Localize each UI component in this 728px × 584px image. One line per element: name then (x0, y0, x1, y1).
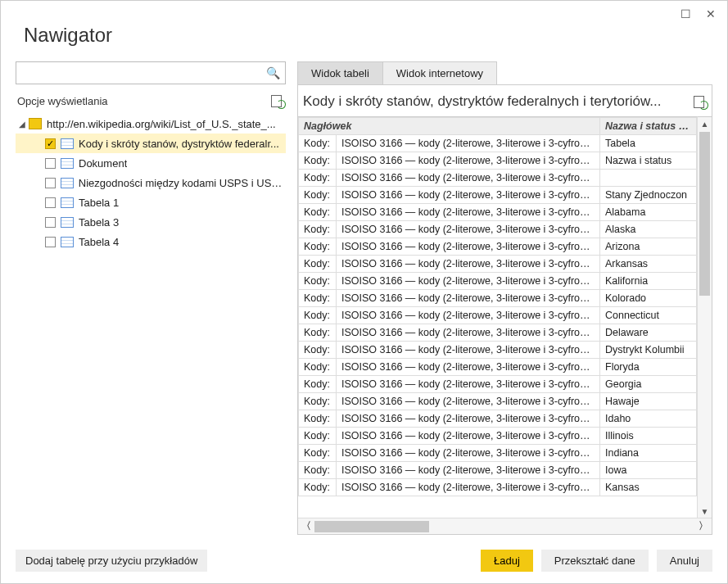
cell-status: Illinois (600, 428, 697, 445)
table-row[interactable]: Kody:ISOISO 3166 — kody (2-literowe, 3-l… (299, 428, 697, 445)
scroll-left-icon[interactable]: 〈 (298, 519, 314, 533)
table-row[interactable]: Kody:ISOISO 3166 — kody (2-literowe, 3-l… (299, 376, 697, 393)
table-row[interactable]: Kody:ISOISO 3166 — kody (2-literowe, 3-l… (299, 359, 697, 376)
cell-kody: Kody: (299, 187, 337, 204)
caret-down-icon[interactable]: ◢ (19, 120, 29, 129)
cell-text: ISOISO 3166 — kody (2-literowe, 3-litero… (337, 307, 600, 324)
search-input[interactable] (21, 66, 266, 80)
tree-item[interactable]: Niezgodności między kodami USPS i USCG (16, 173, 286, 192)
cancel-button[interactable]: Anuluj (657, 550, 712, 572)
cell-kody: Kody: (299, 410, 337, 428)
transform-button[interactable]: Przekształć dane (541, 550, 649, 572)
maximize-icon[interactable]: ☐ (681, 7, 691, 20)
table-row[interactable]: Kody:ISOISO 3166 — kody (2-literowe, 3-l… (299, 204, 697, 221)
table-row[interactable]: Kody:ISOISO 3166 — kody (2-literowe, 3-l… (299, 238, 697, 256)
col-header-naglowek[interactable]: Nagłówek (299, 118, 600, 135)
tree-item[interactable]: Tabela 1 (16, 192, 286, 212)
cell-text: ISOISO 3166 — kody (2-literowe, 3-litero… (337, 393, 600, 410)
tree-item[interactable]: Tabela 3 (16, 212, 286, 232)
display-options-label[interactable]: Opcje wyświetlania (17, 95, 108, 107)
cell-kody: Kody: (299, 256, 337, 273)
right-pane: Widok tabeli Widok internetowy Kody i sk… (297, 61, 712, 535)
cell-status: Iowa (600, 462, 697, 479)
table-row[interactable]: Kody:ISOISO 3166 — kody (2-literowe, 3-l… (299, 462, 697, 479)
table-icon (61, 178, 74, 188)
cell-text: ISOISO 3166 — kody (2-literowe, 3-litero… (337, 342, 600, 359)
cell-text: ISOISO 3166 — kody (2-literowe, 3-litero… (337, 376, 600, 393)
checkbox[interactable] (45, 158, 56, 169)
scroll-down-icon[interactable]: ▼ (698, 505, 712, 518)
data-grid: Nagłówek Nazwa i status sta... Kody:ISOI… (298, 116, 697, 518)
cell-status: Dystrykt Kolumbii (600, 342, 697, 359)
table-row[interactable]: Kody:ISOISO 3166 — kody (2-literowe, 3-l… (299, 307, 697, 324)
cell-status: Nazwa i status (600, 152, 697, 170)
close-icon[interactable]: ✕ (706, 7, 716, 20)
table-icon (61, 158, 74, 169)
cell-kody: Kody: (299, 221, 337, 238)
cell-text: ISOISO 3166 — kody (2-literowe, 3-litero… (337, 359, 600, 376)
table-row[interactable]: Kody:ISOISO 3166 — kody (2-literowe, 3-l… (299, 273, 697, 290)
checkbox[interactable] (45, 237, 56, 247)
checkbox[interactable] (45, 178, 56, 188)
cell-text: ISOISO 3166 — kody (2-literowe, 3-litero… (337, 273, 600, 290)
add-table-button[interactable]: Dodaj tabelę przy użyciu przykładów (16, 550, 207, 572)
scroll-up-icon[interactable]: ▲ (698, 117, 712, 130)
load-button[interactable]: Ładuj (481, 550, 533, 572)
table-row[interactable]: Kody:ISOISO 3166 — kody (2-literowe, 3-l… (299, 152, 697, 170)
cell-status (600, 170, 697, 187)
cell-status: Indiana (600, 445, 697, 462)
cell-status: Floryda (600, 359, 697, 376)
tree-root-label: http://en.wikipedia.org/wiki/List_of_U.S… (47, 118, 276, 130)
table-row[interactable]: Kody:ISOISO 3166 — kody (2-literowe, 3-l… (299, 342, 697, 359)
tree-item-label: Niezgodności między kodami USPS i USCG (79, 177, 286, 189)
cell-text: ISOISO 3166 — kody (2-literowe, 3-litero… (337, 290, 600, 307)
scroll-thumb-h[interactable] (314, 521, 429, 532)
tab-web-view[interactable]: Widok internetowy (382, 61, 497, 84)
tree-item[interactable]: Tabela 4 (16, 232, 286, 251)
table-row[interactable]: Kody:ISOISO 3166 — kody (2-literowe, 3-l… (299, 479, 697, 496)
cell-text: ISOISO 3166 — kody (2-literowe, 3-litero… (337, 410, 600, 428)
titlebar-controls: ☐ ✕ (681, 7, 716, 20)
col-header-nazwa[interactable]: Nazwa i status sta... (600, 118, 697, 135)
cell-kody: Kody: (299, 324, 337, 342)
table-row[interactable]: Kody:ISOISO 3166 — kody (2-literowe, 3-l… (299, 170, 697, 187)
scroll-thumb-v[interactable] (699, 132, 710, 296)
cell-text: ISOISO 3166 — kody (2-literowe, 3-litero… (337, 187, 600, 204)
tab-table-view[interactable]: Widok tabeli (297, 61, 383, 84)
tree-item[interactable]: ✓Kody i skróty stanów, dystryktów federa… (16, 134, 286, 153)
dialog-title: Nawigator (24, 24, 712, 47)
cell-status: Kolorado (600, 290, 697, 307)
vertical-scrollbar[interactable]: ▲ ▼ (697, 116, 712, 518)
cell-status: Stany Zjednoczon (600, 187, 697, 204)
table-row[interactable]: Kody:ISOISO 3166 — kody (2-literowe, 3-l… (299, 410, 697, 428)
table-row[interactable]: Kody:ISOISO 3166 — kody (2-literowe, 3-l… (299, 290, 697, 307)
tree-root[interactable]: ◢ http://en.wikipedia.org/wiki/List_of_U… (16, 114, 286, 134)
preview-refresh-icon[interactable] (694, 95, 707, 108)
table-icon (61, 237, 74, 247)
table-row[interactable]: Kody:ISOISO 3166 — kody (2-literowe, 3-l… (299, 187, 697, 204)
table-row[interactable]: Kody:ISOISO 3166 — kody (2-literowe, 3-l… (299, 445, 697, 462)
tree-item[interactable]: Dokument (16, 153, 286, 173)
cell-status: Alaska (600, 221, 697, 238)
table-row[interactable]: Kody:ISOISO 3166 — kody (2-literowe, 3-l… (299, 256, 697, 273)
cell-text: ISOISO 3166 — kody (2-literowe, 3-litero… (337, 238, 600, 256)
checkbox[interactable] (45, 217, 56, 228)
checkbox[interactable] (45, 197, 56, 208)
scroll-right-icon[interactable]: 〉 (695, 519, 712, 533)
cell-kody: Kody: (299, 359, 337, 376)
table-row[interactable]: Kody:ISOISO 3166 — kody (2-literowe, 3-l… (299, 324, 697, 342)
cell-kody: Kody: (299, 152, 337, 170)
table-icon (61, 197, 74, 208)
search-box[interactable]: 🔍 (16, 61, 286, 84)
table-row[interactable]: Kody:ISOISO 3166 — kody (2-literowe, 3-l… (299, 135, 697, 152)
refresh-icon[interactable] (271, 94, 284, 107)
horizontal-scrollbar[interactable]: 〈 〉 (298, 518, 712, 534)
cell-status: Connecticut (600, 307, 697, 324)
cell-text: ISOISO 3166 — kody (2-literowe, 3-litero… (337, 256, 600, 273)
checkbox[interactable]: ✓ (45, 138, 56, 149)
table-row[interactable]: Kody:ISOISO 3166 — kody (2-literowe, 3-l… (299, 393, 697, 410)
cell-text: ISOISO 3166 — kody (2-literowe, 3-litero… (337, 204, 600, 221)
cell-text: ISOISO 3166 — kody (2-literowe, 3-litero… (337, 479, 600, 496)
table-row[interactable]: Kody:ISOISO 3166 — kody (2-literowe, 3-l… (299, 221, 697, 238)
preview-panel: Kody i skróty stanów, dystryktów federal… (297, 84, 712, 535)
